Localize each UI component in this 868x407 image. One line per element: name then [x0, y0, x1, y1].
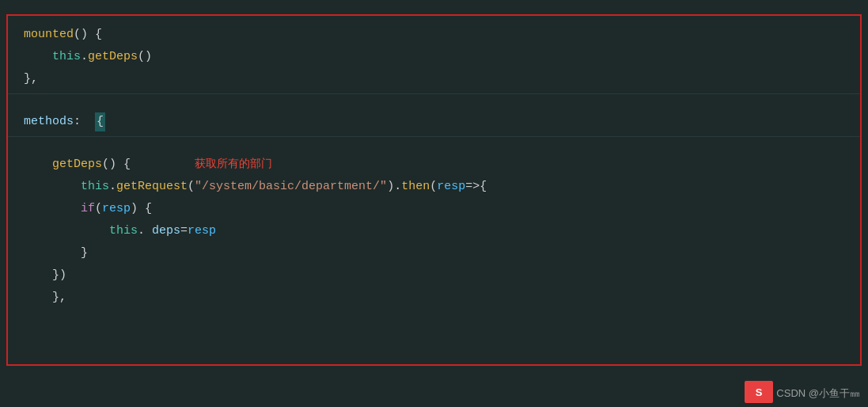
- param-resp: resp: [437, 177, 465, 196]
- code-line-11: }: [8, 242, 860, 264]
- brace-open: {: [95, 112, 105, 131]
- keyword-if: if: [81, 200, 95, 219]
- prop-deps: deps: [152, 222, 180, 241]
- method-getRequest: getRequest: [116, 177, 188, 196]
- code-line-7: getDeps() { 获取所有的部门: [8, 154, 860, 176]
- code-line-1: mounted() {: [8, 24, 860, 46]
- param-resp-2: resp: [102, 200, 131, 219]
- code-line-9: if(resp) {: [8, 198, 860, 220]
- code-line-2: this.getDeps(): [8, 46, 860, 68]
- method-getDeps-def: getDeps: [52, 155, 102, 174]
- code-line-10: this. deps=resp: [8, 220, 860, 242]
- separator-1: [8, 93, 860, 108]
- code-line-13: },: [8, 287, 860, 309]
- code-editor: mounted() { this.getDeps() }, methods: {…: [0, 0, 868, 407]
- code-highlight-box: mounted() { this.getDeps() }, methods: {…: [6, 14, 862, 366]
- method-then: then: [401, 177, 430, 196]
- keyword-methods: methods: [24, 112, 74, 131]
- string-url: ″/system/basic/department/″: [195, 177, 387, 196]
- code-line-12: }): [8, 264, 860, 287]
- separator-2: [8, 136, 860, 150]
- param-resp-3: resp: [188, 222, 216, 241]
- code-line-5: methods: {: [8, 111, 860, 133]
- csdn-logo-icon: S: [745, 381, 773, 403]
- csdn-watermark: CSDN @小鱼干㎜: [776, 386, 860, 401]
- code-line-8: this.getRequest(″/system/basic/departmen…: [8, 176, 860, 198]
- keyword-mounted: mounted: [24, 25, 74, 44]
- code-line-3: },: [8, 68, 860, 90]
- keyword-this-3: this: [109, 222, 138, 241]
- method-getDeps: getDeps: [88, 48, 138, 67]
- keyword-this: this: [52, 48, 81, 67]
- keyword-this-2: this: [81, 177, 109, 196]
- comment-text: 获取所有的部门: [195, 155, 272, 173]
